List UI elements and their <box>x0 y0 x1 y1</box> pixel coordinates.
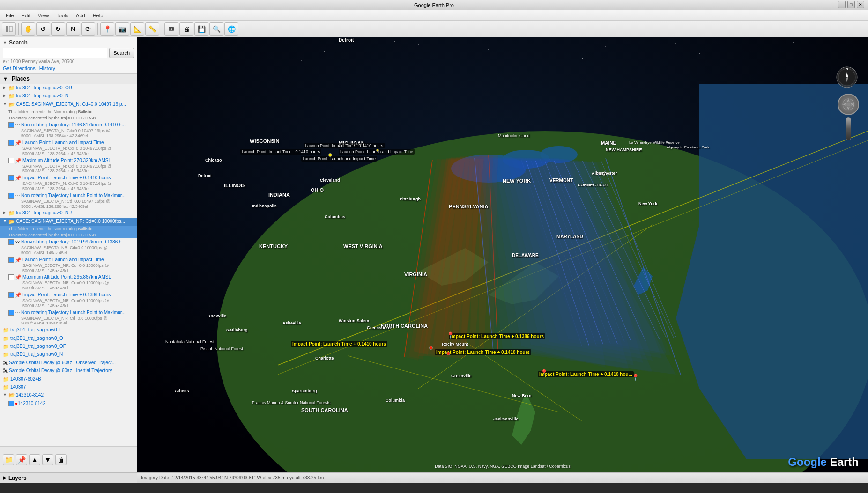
maximize-button[interactable]: □ <box>847 1 855 8</box>
move-up-button[interactable]: ▲ <box>29 454 40 465</box>
item-checkbox[interactable] <box>8 122 14 128</box>
point-icon: 📌 <box>15 140 22 147</box>
places-title: Places <box>12 75 30 82</box>
list-item[interactable]: 📁 140307 <box>0 383 137 391</box>
add-placemark-button[interactable]: 📍 <box>100 22 114 36</box>
item-label: traj3D1_traj_saginaw0_OF <box>10 343 66 350</box>
nav-zoom-slider[interactable] <box>846 117 851 140</box>
email-button[interactable]: ✉ <box>164 22 178 36</box>
menu-edit[interactable]: Edit <box>18 12 34 19</box>
svg-marker-74 <box>843 103 846 106</box>
list-item[interactable]: ▼ 📂 142310-8142 <box>0 391 137 399</box>
search-input[interactable] <box>3 48 107 58</box>
add-path-button[interactable]: 📐 <box>130 22 144 36</box>
layers-section[interactable]: ▶ Layers <box>0 472 137 483</box>
menu-add[interactable]: Add <box>72 12 89 19</box>
save-image-button[interactable]: 💾 <box>194 22 208 36</box>
folder-icon: 📂 <box>8 392 15 399</box>
item-checkbox[interactable] <box>8 239 14 245</box>
list-item[interactable]: 〰 Non-rotating Trajectory Launch Point t… <box>0 309 137 327</box>
menu-view[interactable]: View <box>34 12 53 19</box>
launch-marker2 <box>376 149 379 152</box>
item-checkbox[interactable] <box>8 292 14 298</box>
list-item[interactable]: 📁 traj3D1_traj_saginaw0_N <box>0 351 137 359</box>
list-item[interactable]: 〰 Non-rotating Trajectory Launch Point t… <box>0 192 137 210</box>
search-button[interactable]: Search <box>109 48 134 58</box>
list-item[interactable]: 📌 Maximum Altitude Point: 270.320km AMSL… <box>0 157 137 175</box>
item-label: Non-rotating Trajectory Launch Point to … <box>21 192 126 199</box>
add-folder-button[interactable]: 📁 <box>3 454 14 465</box>
window-controls[interactable]: _ □ ✕ <box>838 1 864 8</box>
tilt-button[interactable]: ⟳ <box>81 22 95 36</box>
hand-tool-button[interactable]: ✋ <box>21 22 35 36</box>
delete-button[interactable]: 🗑 <box>55 454 67 465</box>
north-button[interactable]: N <box>66 22 80 36</box>
layers-expand-icon: ▶ <box>3 475 7 481</box>
item-checkbox[interactable] <box>8 274 14 280</box>
item-checkbox[interactable] <box>8 401 14 406</box>
list-item[interactable]: ▶ 📁 traj3D1_traj_saginaw0_NR <box>0 209 137 217</box>
earth-button[interactable]: 🌐 <box>224 22 238 36</box>
get-directions-link[interactable]: Get Directions <box>3 66 36 71</box>
redo-button[interactable]: ↻ <box>51 22 65 36</box>
menu-help[interactable]: Help <box>89 12 107 19</box>
item-checkbox[interactable] <box>8 140 14 146</box>
item-checkbox[interactable] <box>8 175 14 181</box>
line-icon: 〰 <box>15 122 20 129</box>
list-item[interactable]: 📌 Launch Point: Launch and Impact Time S… <box>0 139 137 157</box>
view-button[interactable]: 🔍 <box>209 22 223 36</box>
measure-button[interactable]: 📏 <box>145 22 159 36</box>
print-button[interactable]: 🖨 <box>179 22 193 36</box>
menu-tools[interactable]: Tools <box>52 12 72 19</box>
sidebar-toggle-button[interactable] <box>2 22 16 36</box>
list-item[interactable]: 〰 Non-rotating Trajectory: 1136.817km in… <box>0 121 137 139</box>
folder-icon: 📂 <box>8 218 15 225</box>
item-label: 140307 <box>10 384 26 390</box>
search-expand-icon: ▼ <box>3 40 7 45</box>
svg-marker-73 <box>847 107 850 110</box>
expand-icon: ▶ <box>3 210 8 216</box>
list-item[interactable]: 🛰 Sample Orbital Decay @ 60az - Inertial… <box>0 367 137 375</box>
search-header[interactable]: ▼ Search <box>3 39 134 46</box>
close-button[interactable]: ✕ <box>857 1 864 8</box>
item-checkbox[interactable] <box>8 310 14 316</box>
list-item[interactable]: ▼ 📂 CASE: SAGINAW_EJECTA_NR: Cd=0.0 1000… <box>0 218 137 226</box>
places-section[interactable]: ▼ Places ▶ 📁 traj3D1_traj_saginaw0_OR ▶ … <box>0 74 137 446</box>
map-area[interactable]: WISCONSIN MICHIGAN ILLINOIS INDIANA OHIO… <box>137 37 868 483</box>
list-item[interactable]: ▼ 📂 CASE: SAGINAW_EJECTA_N: Cd=0.0 10497… <box>0 101 137 109</box>
list-item[interactable]: 📌 Impact Point: Launch Time + 0.1410 hou… <box>0 174 137 192</box>
list-item[interactable]: ▶ 📁 traj3D1_traj_saginaw0_N <box>0 92 137 100</box>
item-checkbox[interactable] <box>8 158 14 163</box>
list-item[interactable]: ▶ 📁 traj3D1_traj_saginaw0_OR <box>0 84 137 92</box>
list-item[interactable]: 📁 140307-6024B <box>0 375 137 383</box>
titlebar: Google Earth Pro _ □ ✕ <box>0 0 868 10</box>
add-polygon-button[interactable]: 📷 <box>115 22 129 36</box>
item-sublabel: SAGINAW_EJECTA_NR: Cd=0.0 10000fps @ <box>22 280 111 286</box>
minimize-button[interactable]: _ <box>838 1 846 8</box>
list-item[interactable]: 📁 traj3D1_traj_saginaw0_I <box>0 326 137 334</box>
list-item[interactable]: 📁 traj3D1_traj_saginaw0_OF <box>0 343 137 351</box>
item-checkbox[interactable] <box>8 193 14 199</box>
nav-control[interactable] <box>835 94 861 150</box>
list-item[interactable]: 📌 Impact Point: Launch Time + 0.1386 hou… <box>0 291 137 309</box>
svg-point-3 <box>324 51 325 52</box>
item-label: traj3D1_traj_saginaw0_O <box>10 335 63 342</box>
places-header[interactable]: ▼ Places <box>0 74 137 84</box>
move-down-button[interactable]: ▼ <box>42 454 53 465</box>
history-link[interactable]: History <box>39 66 55 71</box>
list-item[interactable]: 📌 Launch Point: Launch and Impact Time S… <box>0 256 137 274</box>
list-item[interactable]: 〰 Non-rotating Trajectory: 1019.992km in… <box>0 238 137 256</box>
item-sublabel2: 5000ft AMSL 145az 45el <box>22 268 109 273</box>
expand-icon: ▼ <box>3 218 8 224</box>
list-item[interactable]: ● 142310-8142 <box>0 400 137 407</box>
list-item[interactable]: 📁 traj3D1_traj_saginaw0_O <box>0 335 137 343</box>
nav-ring[interactable] <box>838 94 859 115</box>
undo-button[interactable]: ↺ <box>36 22 50 36</box>
item-checkbox[interactable] <box>8 257 14 263</box>
item-label: Impact Point: Launch Time + 0.1410 hours <box>22 175 111 181</box>
list-item[interactable]: 📌 Maximum Altitude Point: 265.867km AMSL… <box>0 273 137 291</box>
item-label: 142310-8142 <box>18 400 45 407</box>
add-placemark-small-button[interactable]: 📌 <box>16 454 27 465</box>
list-item[interactable]: 🛰 Sample Orbital Decay @ 60az - Observed… <box>0 359 137 367</box>
menu-file[interactable]: File <box>2 12 18 19</box>
